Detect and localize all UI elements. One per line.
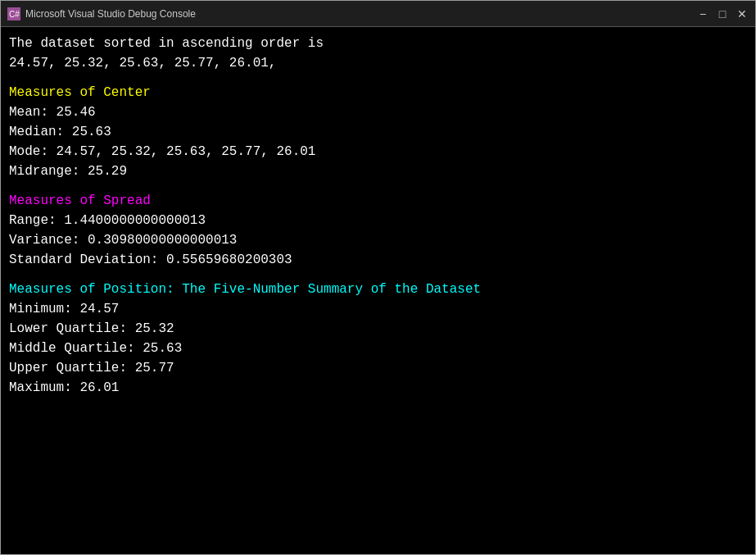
variance-value: Variance: 0.30980000000000013 [9, 230, 747, 250]
window-title: Microsoft Visual Studio Debug Console [25, 8, 696, 20]
mean-value: Mean: 25.46 [9, 102, 747, 122]
midrange-value: Midrange: 25.29 [9, 161, 747, 181]
svg-text:C#: C# [9, 10, 20, 19]
maximize-button[interactable]: □ [716, 7, 729, 20]
title-bar: C# Microsoft Visual Studio Debug Console… [1, 1, 755, 27]
median-value: Median: 25.63 [9, 122, 747, 142]
app-icon: C# [7, 7, 20, 20]
mode-value: Mode: 24.57, 25.32, 25.63, 25.77, 26.01 [9, 142, 747, 161]
app-window: C# Microsoft Visual Studio Debug Console… [0, 0, 756, 555]
minimize-button[interactable]: − [696, 7, 709, 20]
close-button[interactable]: ✕ [736, 7, 749, 20]
maximum-value: Maximum: 26.01 [9, 378, 747, 398]
upper-quartile-value: Upper Quartile: 25.77 [9, 358, 747, 378]
minimum-value: Minimum: 24.57 [9, 299, 747, 319]
range-value: Range: 1.4400000000000013 [9, 211, 747, 230]
sorted-dataset-line1: The dataset sorted in ascending order is [9, 34, 747, 53]
heading-center: Measures of Center [9, 83, 747, 102]
heading-spread: Measures of Spread [9, 191, 747, 211]
console-output: The dataset sorted in ascending order is… [1, 27, 755, 554]
std-dev-value: Standard Deviation: 0.55659680200303 [9, 250, 747, 270]
sorted-dataset-line2: 24.57, 25.32, 25.63, 25.77, 26.01, [9, 53, 747, 73]
lower-quartile-value: Lower Quartile: 25.32 [9, 319, 747, 339]
window-controls: − □ ✕ [696, 7, 749, 20]
heading-position: Measures of Position: The Five-Number Su… [9, 280, 747, 299]
middle-quartile-value: Middle Quartile: 25.63 [9, 339, 747, 358]
